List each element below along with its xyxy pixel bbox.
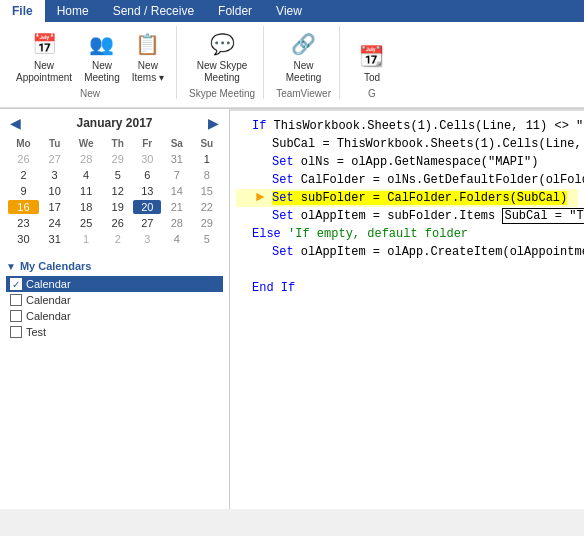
cal-day[interactable]: 27	[41, 152, 69, 166]
ribbon: File Home Send / Receive Folder View 📅 N…	[0, 0, 584, 109]
ribbon-group-teamviewer: 🔗 NewMeeting TeamViewer	[272, 26, 340, 99]
calendar-week-3: 9 10 11 12 13 14 15	[8, 184, 221, 198]
cal-day[interactable]: 3	[41, 168, 69, 182]
code-line-8: Set olAppItem = olApp.CreateItem(olAppoi…	[236, 243, 578, 261]
cal-day[interactable]: 28	[163, 216, 191, 230]
kw-end-if: End If	[252, 281, 295, 295]
my-calendars-section: ▼ My Calendars ✓ Calendar Calendar Calen…	[0, 254, 229, 346]
cal-day[interactable]: 21	[163, 200, 191, 214]
skype-label: New SkypeMeeting	[197, 60, 248, 84]
cal-day[interactable]: 28	[70, 152, 101, 166]
cal-checkbox-4[interactable]	[10, 326, 22, 338]
cal-day[interactable]: 4	[163, 232, 191, 246]
cal-day[interactable]: 22	[193, 200, 221, 214]
cal-day[interactable]: 2	[8, 168, 39, 182]
calendar-week-1: 26 27 28 29 30 31 1	[8, 152, 221, 166]
cal-day[interactable]: 31	[163, 152, 191, 166]
cal-day-today[interactable]: 20	[133, 200, 161, 214]
code-arrow-2	[256, 135, 272, 151]
cal-day[interactable]: 5	[104, 168, 132, 182]
ribbon-group-g-items: 📆 Tod	[352, 38, 392, 86]
cal-day[interactable]: 29	[193, 216, 221, 230]
cal-day[interactable]: 13	[133, 184, 161, 198]
tab-folder[interactable]: Folder	[206, 0, 264, 22]
cal-day[interactable]: 2	[104, 232, 132, 246]
cal-day[interactable]: 27	[133, 216, 161, 230]
ribbon-group-skype-items: 💬 New SkypeMeeting	[193, 26, 252, 86]
tab-send-receive[interactable]: Send / Receive	[101, 0, 206, 22]
cal-day[interactable]: 30	[8, 232, 39, 246]
cal-day[interactable]: 26	[104, 216, 132, 230]
cal-day[interactable]: 6	[133, 168, 161, 182]
tab-file[interactable]: File	[0, 0, 45, 22]
cal-day[interactable]: 1	[70, 232, 101, 246]
tab-home[interactable]: Home	[45, 0, 101, 22]
cal-checkbox-1[interactable]: ✓	[10, 278, 22, 290]
cal-day[interactable]: 10	[41, 184, 69, 198]
cal-day[interactable]: 17	[41, 200, 69, 214]
code-arrow-10	[236, 279, 252, 295]
new-meeting-label: NewMeeting	[84, 60, 120, 84]
new-tv-meeting-button[interactable]: 🔗 NewMeeting	[282, 26, 326, 86]
cal-day[interactable]: 7	[163, 168, 191, 182]
cal-day[interactable]: 9	[8, 184, 39, 198]
cal-day[interactable]: 24	[41, 216, 69, 230]
cal-day[interactable]: 4	[70, 168, 101, 182]
prev-month-button[interactable]: ◀	[6, 115, 25, 131]
next-month-button[interactable]: ▶	[204, 115, 223, 131]
new-skype-meeting-button[interactable]: 💬 New SkypeMeeting	[193, 26, 252, 86]
cal-day-selected[interactable]: 16	[8, 200, 39, 214]
cal-day[interactable]: 3	[133, 232, 161, 246]
cal-day[interactable]: 5	[193, 232, 221, 246]
cal-day[interactable]: 12	[104, 184, 132, 198]
cal-day[interactable]: 15	[193, 184, 221, 198]
code-normal-8: olAppItem = olApp.CreateItem(olAppointme…	[301, 245, 584, 259]
code-line-4: Set CalFolder = olNs.GetDefaultFolder(ol…	[236, 171, 578, 189]
ribbon-group-g-label: G	[352, 88, 392, 99]
calendar-item-1[interactable]: ✓ Calendar	[6, 276, 223, 292]
calendar-item-4[interactable]: Test	[6, 324, 223, 340]
code-arrow-1	[236, 117, 252, 133]
kw-set-2: Set	[272, 173, 294, 187]
cal-day[interactable]: 30	[133, 152, 161, 166]
cal-day[interactable]: 29	[104, 152, 132, 166]
cal-day[interactable]: 8	[193, 168, 221, 182]
new-meeting-button[interactable]: 👥 NewMeeting	[80, 26, 124, 86]
cal-day[interactable]: 19	[104, 200, 132, 214]
ribbon-group-new: 📅 NewAppointment 👥 NewMeeting 📋 NewItems…	[8, 26, 177, 99]
cal-day[interactable]: 26	[8, 152, 39, 166]
tab-view[interactable]: View	[264, 0, 314, 22]
code-text-3: Set olNs = olApp.GetNamespace("MAPI")	[272, 155, 538, 169]
new-items-button[interactable]: 📋 NewItems ▾	[128, 26, 168, 86]
cal-checkbox-3[interactable]	[10, 310, 22, 322]
code-text-1: If ThisWorkbook.Sheets(1).Cells(Line, 11…	[252, 119, 584, 133]
cal-day[interactable]: 18	[70, 200, 101, 214]
cal-day[interactable]: 1	[193, 152, 221, 166]
day-header-su: Su	[193, 137, 221, 150]
kw-if: If	[252, 119, 266, 133]
code-line-7: Else 'If empty, default folder	[236, 225, 578, 243]
cal-day[interactable]: 25	[70, 216, 101, 230]
code-boxed: SubCal = "Test"	[502, 208, 584, 224]
cal-checkbox-2[interactable]	[10, 294, 22, 306]
cal-day[interactable]: 23	[8, 216, 39, 230]
code-text-2: SubCal = ThisWorkbook.Sheets(1).Cells(Li…	[272, 137, 584, 151]
code-comment-7: 'If empty, default folder	[288, 227, 468, 241]
my-calendars-header[interactable]: ▼ My Calendars	[6, 260, 223, 272]
code-line-5: ► Set subFolder = CalFolder.Folders(SubC…	[236, 189, 578, 207]
new-meeting-icon: 👥	[86, 28, 118, 60]
tod-button[interactable]: 📆 Tod	[352, 38, 392, 86]
calendar-item-2[interactable]: Calendar	[6, 292, 223, 308]
code-line-3: Set olNs = olApp.GetNamespace("MAPI")	[236, 153, 578, 171]
code-highlighted: Set subFolder = CalFolder.Folders(SubCal…	[272, 191, 567, 205]
cal-day[interactable]: 11	[70, 184, 101, 198]
new-items-label: NewItems ▾	[132, 60, 164, 84]
calendar-item-3[interactable]: Calendar	[6, 308, 223, 324]
calendar-week-6: 30 31 1 2 3 4 5	[8, 232, 221, 246]
cal-day[interactable]: 14	[163, 184, 191, 198]
new-appointment-label: NewAppointment	[16, 60, 72, 84]
teamviewer-icon: 🔗	[288, 28, 320, 60]
day-header-tu: Tu	[41, 137, 69, 150]
new-appointment-button[interactable]: 📅 NewAppointment	[12, 26, 76, 86]
cal-day[interactable]: 31	[41, 232, 69, 246]
